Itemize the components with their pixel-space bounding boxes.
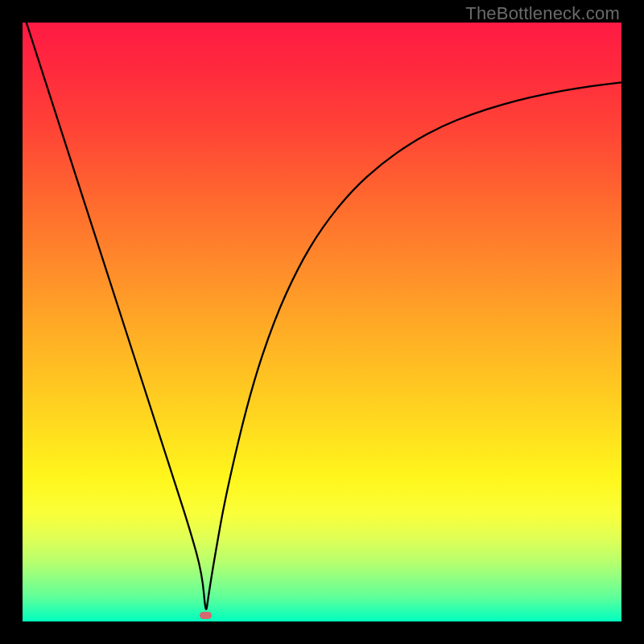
- watermark-text: TheBottleneck.com: [465, 3, 620, 24]
- optimum-marker: [200, 612, 212, 619]
- chart-frame: TheBottleneck.com: [0, 0, 644, 644]
- plot-area: [23, 23, 621, 621]
- bottleneck-curve: [23, 23, 621, 621]
